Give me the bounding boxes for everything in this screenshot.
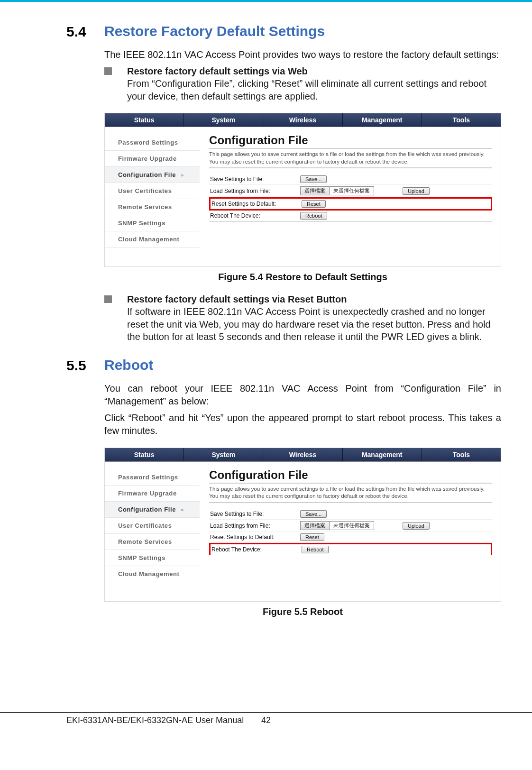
label-save: Save Settings to File: [210,511,300,517]
upload-button[interactable]: Upload [403,522,430,530]
row-reset: Reset Settings to Default: Reset [209,532,492,543]
sidebar-item-cloud[interactable]: Cloud Management [105,231,200,248]
panel-title: Configuration File [209,134,492,149]
choose-file-button[interactable]: 選擇檔案 [301,187,330,195]
label-reboot: Reboot The Device: [211,546,302,553]
save-button[interactable]: Save... [300,510,327,518]
chevron-right-icon: » [181,507,184,513]
reset-button[interactable]: Reset [300,533,324,541]
label-reboot: Reboot The Device: [210,212,300,219]
label-reset: Reset Settings to Default: [211,201,302,207]
sidebar-item-label: Configuration File [118,171,176,178]
tab-system[interactable]: System [184,448,263,461]
tab-status[interactable]: Status [105,448,184,461]
bullet-title: Restore factory default settings via Res… [127,294,347,304]
figure-5-5-caption: Figure 5.5 Reboot [104,606,501,617]
row-reboot: Reboot The Device: Reboot [209,211,492,221]
document-page: 5.4 Restore Factory Default Settings The… [0,0,532,736]
bullet-web-reset: Restore factory default settings via Web… [104,65,501,102]
label-reset: Reset Settings to Default: [210,534,300,541]
section-5-5-heading: 5.5 Reboot [66,357,501,376]
panel-configfile: Configuration File This page allows you … [200,127,501,266]
row-reboot-highlighted: Reboot The Device: Reboot [209,543,492,555]
nav-tabs: Status System Wireless Management Tools [105,448,501,462]
bullet-desc: If software in IEEE 802.11n VAC Access P… [127,305,501,343]
section-title: Restore Factory Default Settings [104,23,501,40]
reset-button[interactable]: Reset [302,200,326,208]
footer-manual-name: EKI-6331AN-BE/EKI-6332GN-AE User Manual [66,715,244,725]
sidebar-item-usercert[interactable]: User Certificates [105,183,200,199]
label-load: Load Settings from File: [210,522,300,529]
sidebar-item-firmware[interactable]: Firmware Upgrade [105,486,200,502]
panel-title: Configuration File [209,468,492,484]
save-button[interactable]: Save... [300,175,327,183]
section-5-5-p1: You can reboot your IEEE 802.11n VAC Acc… [104,382,501,408]
panel-configfile: Configuration File This page allows you … [200,462,501,601]
page-footer: EKI-6331AN-BE/EKI-6332GN-AE User Manual … [0,712,532,736]
row-save: Save Settings to File: Save... [209,509,492,520]
section-number: 5.5 [66,358,86,374]
label-save: Save Settings to File: [210,176,300,183]
sidebar-item-password[interactable]: Password Settings [105,469,200,486]
figure-5-4-caption: Figure 5.4 Restore to Default Settings [104,272,501,283]
sidebar-item-usercert[interactable]: User Certificates [105,518,200,534]
row-load: Load Settings from File: 選擇檔案 未選擇任何檔案 Up… [209,520,492,532]
figure-5-5: Status System Wireless Management Tools … [104,448,501,602]
bullet-icon [104,295,112,303]
sidebar-item-label: Configuration File [118,506,176,513]
figure-5-4: Status System Wireless Management Tools … [104,113,501,267]
bullet-icon [104,67,112,75]
no-file-text: 未選擇任何檔案 [330,522,374,530]
section-5-5-p2: Click “Reboot” and hit “Yes” upon the ap… [104,412,501,437]
bullet-title: Restore factory default settings via Web [127,66,308,76]
sidebar-item-remote[interactable]: Remote Services [105,199,200,215]
tab-management[interactable]: Management [343,448,422,461]
tab-management[interactable]: Management [343,113,422,127]
no-file-text: 未選擇任何檔案 [330,187,374,195]
row-save: Save Settings to File: Save... [209,174,492,185]
reboot-button[interactable]: Reboot [300,212,327,220]
panel-desc: This page allows you to save current set… [209,486,492,503]
row-reset-highlighted: Reset Settings to Default: Reset [209,197,492,211]
nav-tabs: Status System Wireless Management Tools [105,113,501,127]
sidebar-item-snmp[interactable]: SNMP Settings [105,215,200,231]
sidebar-item-snmp[interactable]: SNMP Settings [105,550,200,566]
file-picker[interactable]: 選擇檔案 未選擇任何檔案 [300,186,374,195]
section-number: 5.4 [66,24,86,40]
sidebar-item-firmware[interactable]: Firmware Upgrade [105,151,200,167]
choose-file-button[interactable]: 選擇檔案 [301,522,330,530]
chevron-right-icon: » [181,172,184,178]
sidebar-item-remote[interactable]: Remote Services [105,534,200,550]
section-5-4-intro: The IEEE 802.11n VAC Access Point provid… [104,48,501,61]
reboot-button[interactable]: Reboot [302,546,329,553]
tab-system[interactable]: System [184,113,263,127]
sidebar: Password Settings Firmware Upgrade Confi… [105,462,200,601]
tab-status[interactable]: Status [105,113,184,127]
bullet-button-reset: Restore factory default settings via Res… [104,293,501,343]
sidebar-item-password[interactable]: Password Settings [105,135,200,151]
file-picker[interactable]: 選擇檔案 未選擇任何檔案 [300,521,374,530]
sidebar-item-configfile[interactable]: Configuration File » [105,167,200,183]
section-5-4-heading: 5.4 Restore Factory Default Settings [66,23,501,42]
label-load: Load Settings from File: [210,188,300,194]
bullet-desc: From “Configuration File”, clicking “Res… [127,77,501,102]
tab-wireless[interactable]: Wireless [263,113,342,127]
footer-page-number: 42 [261,715,271,725]
tab-tools[interactable]: Tools [422,113,501,127]
sidebar-item-cloud[interactable]: Cloud Management [105,566,200,582]
panel-desc: This page allows you to save current set… [209,151,492,168]
sidebar-item-configfile[interactable]: Configuration File » [105,502,200,518]
row-load: Load Settings from File: 選擇檔案 未選擇任何檔案 Up… [209,185,492,197]
sidebar: Password Settings Firmware Upgrade Confi… [105,127,200,266]
tab-tools[interactable]: Tools [422,448,501,461]
section-title: Reboot [104,357,501,374]
tab-wireless[interactable]: Wireless [263,448,342,461]
upload-button[interactable]: Upload [403,187,430,195]
